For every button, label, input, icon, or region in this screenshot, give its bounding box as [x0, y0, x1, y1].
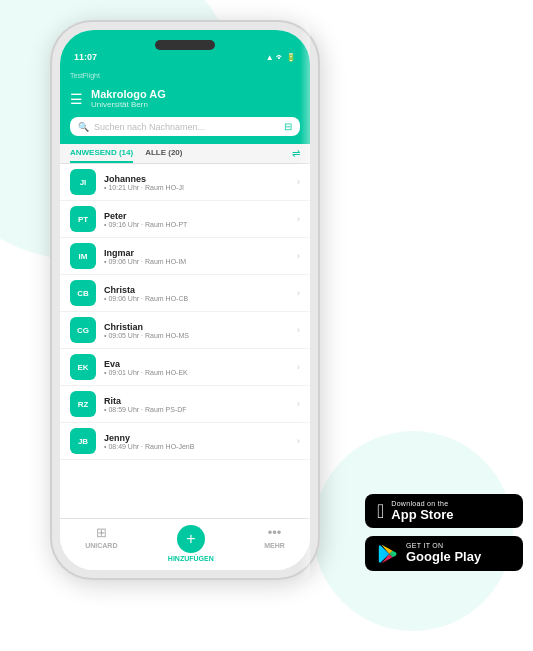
- list-item[interactable]: IM Ingmar • 09:06 Uhr · Raum HO-IM ›: [60, 238, 310, 275]
- avatar: PT: [70, 206, 96, 232]
- avatar: IM: [70, 243, 96, 269]
- list-item[interactable]: EK Eva • 09:01 Uhr · Raum HO-EK ›: [60, 349, 310, 386]
- store-badges:  Download on the App Store: [365, 494, 523, 571]
- status-icons: ▲ ᯤ 🔋: [266, 53, 296, 62]
- person-info: Christian • 09:05 Uhr · Raum HO-MS: [104, 322, 289, 339]
- list-item[interactable]: RZ Rita • 08:59 Uhr · Raum PS-DF ›: [60, 386, 310, 423]
- avatar: CG: [70, 317, 96, 343]
- phone-screen: 11:07 ▲ ᯤ 🔋 TestFlight ☰ Makrologo AG Un…: [60, 30, 310, 570]
- header-title: Makrologo AG: [91, 88, 300, 100]
- person-detail: • 08:49 Uhr · Raum HO-JenB: [104, 443, 289, 450]
- search-icon: 🔍: [78, 122, 89, 132]
- hamburger-icon[interactable]: ☰: [70, 91, 83, 107]
- testflight-label: TestFlight: [70, 72, 100, 79]
- person-detail: • 09:06 Uhr · Raum HO-CB: [104, 295, 289, 302]
- search-placeholder: Suchen nach Nachnamen...: [94, 122, 279, 132]
- tabs: ANWESEND (14) ALLE (20) ⇌: [60, 144, 310, 164]
- list-item[interactable]: JB Jenny • 08:49 Uhr · Raum HO-JenB ›: [60, 423, 310, 460]
- avatar: JB: [70, 428, 96, 454]
- bottom-nav: ⊞ UNICARD + HINZUFÜGEN ••• MEHR: [60, 518, 310, 570]
- person-name: Ingmar: [104, 248, 289, 258]
- person-info: Ingmar • 09:06 Uhr · Raum HO-IM: [104, 248, 289, 265]
- chevron-icon: ›: [297, 325, 300, 335]
- app-header: ☰ Makrologo AG Universität Bern: [60, 84, 310, 117]
- list-item[interactable]: CG Christian • 09:05 Uhr · Raum HO-MS ›: [60, 312, 310, 349]
- chevron-icon: ›: [297, 399, 300, 409]
- dynamic-island: [155, 40, 215, 50]
- nav-label-unicard: UNICARD: [85, 542, 117, 549]
- scene: 11:07 ▲ ᯤ 🔋 TestFlight ☰ Makrologo AG Un…: [0, 0, 533, 651]
- google-play-small-text: GET IT ON: [406, 542, 481, 549]
- app-store-small-text: Download on the: [391, 500, 453, 507]
- avatar: CB: [70, 280, 96, 306]
- person-info: Peter • 09:16 Uhr · Raum HO-PT: [104, 211, 289, 228]
- chevron-icon: ›: [297, 251, 300, 261]
- chevron-icon: ›: [297, 362, 300, 372]
- search-input-wrap[interactable]: 🔍 Suchen nach Nachnamen... ⊟: [70, 117, 300, 136]
- person-name: Jenny: [104, 433, 289, 443]
- chevron-icon: ›: [297, 288, 300, 298]
- add-button[interactable]: +: [177, 525, 205, 553]
- google-play-badge[interactable]: GET IT ON Google Play: [365, 536, 523, 571]
- person-detail: • 10:21 Uhr · Raum HO-JI: [104, 184, 289, 191]
- tab-alle[interactable]: ALLE (20): [145, 148, 182, 163]
- person-info: Johannes • 10:21 Uhr · Raum HO-JI: [104, 174, 289, 191]
- person-detail: • 09:01 Uhr · Raum HO-EK: [104, 369, 289, 376]
- app-store-text: Download on the App Store: [391, 500, 453, 523]
- header-text: Makrologo AG Universität Bern: [91, 88, 300, 109]
- person-name: Rita: [104, 396, 289, 406]
- shuffle-icon[interactable]: ⇌: [292, 148, 300, 163]
- nav-label-add: HINZUFÜGEN: [168, 555, 214, 562]
- app-store-big-text: App Store: [391, 507, 453, 523]
- person-name: Christian: [104, 322, 289, 332]
- avatar: EK: [70, 354, 96, 380]
- person-name: Christa: [104, 285, 289, 295]
- person-name: Johannes: [104, 174, 289, 184]
- filter-icon[interactable]: ⊟: [284, 121, 292, 132]
- person-info: Rita • 08:59 Uhr · Raum PS-DF: [104, 396, 289, 413]
- google-play-text: GET IT ON Google Play: [406, 542, 481, 565]
- list-item[interactable]: CB Christa • 09:06 Uhr · Raum HO-CB ›: [60, 275, 310, 312]
- person-name: Eva: [104, 359, 289, 369]
- apple-icon: : [377, 501, 384, 521]
- status-time: 11:07: [74, 52, 97, 62]
- google-play-big-text: Google Play: [406, 549, 481, 565]
- person-detail: • 09:16 Uhr · Raum HO-PT: [104, 221, 289, 228]
- nav-item-unicard[interactable]: ⊞ UNICARD: [85, 525, 117, 562]
- app-store-badge[interactable]:  Download on the App Store: [365, 494, 523, 529]
- tab-anwesend[interactable]: ANWESEND (14): [70, 148, 133, 163]
- chevron-icon: ›: [297, 214, 300, 224]
- mehr-icon: •••: [268, 525, 282, 540]
- person-info: Christa • 09:06 Uhr · Raum HO-CB: [104, 285, 289, 302]
- search-bar: 🔍 Suchen nach Nachnamen... ⊟: [60, 117, 310, 144]
- person-info: Jenny • 08:49 Uhr · Raum HO-JenB: [104, 433, 289, 450]
- person-detail: • 09:06 Uhr · Raum HO-IM: [104, 258, 289, 265]
- google-play-icon: [377, 543, 399, 565]
- nav-item-mehr[interactable]: ••• MEHR: [264, 525, 285, 562]
- unicard-icon: ⊞: [96, 525, 107, 540]
- chevron-icon: ›: [297, 177, 300, 187]
- chevron-icon: ›: [297, 436, 300, 446]
- phone-shell: 11:07 ▲ ᯤ 🔋 TestFlight ☰ Makrologo AG Un…: [50, 20, 320, 580]
- list-item[interactable]: JI Johannes • 10:21 Uhr · Raum HO-JI ›: [60, 164, 310, 201]
- header-subtitle: Universität Bern: [91, 100, 300, 109]
- person-list: JI Johannes • 10:21 Uhr · Raum HO-JI › P…: [60, 164, 310, 518]
- status-bar: 11:07 ▲ ᯤ 🔋: [60, 48, 310, 64]
- nav-item-add[interactable]: + HINZUFÜGEN: [168, 525, 214, 562]
- nav-label-mehr: MEHR: [264, 542, 285, 549]
- person-detail: • 09:05 Uhr · Raum HO-MS: [104, 332, 289, 339]
- avatar: RZ: [70, 391, 96, 417]
- person-name: Peter: [104, 211, 289, 221]
- person-detail: • 08:59 Uhr · Raum PS-DF: [104, 406, 289, 413]
- avatar: JI: [70, 169, 96, 195]
- person-info: Eva • 09:01 Uhr · Raum HO-EK: [104, 359, 289, 376]
- list-item[interactable]: PT Peter • 09:16 Uhr · Raum HO-PT ›: [60, 201, 310, 238]
